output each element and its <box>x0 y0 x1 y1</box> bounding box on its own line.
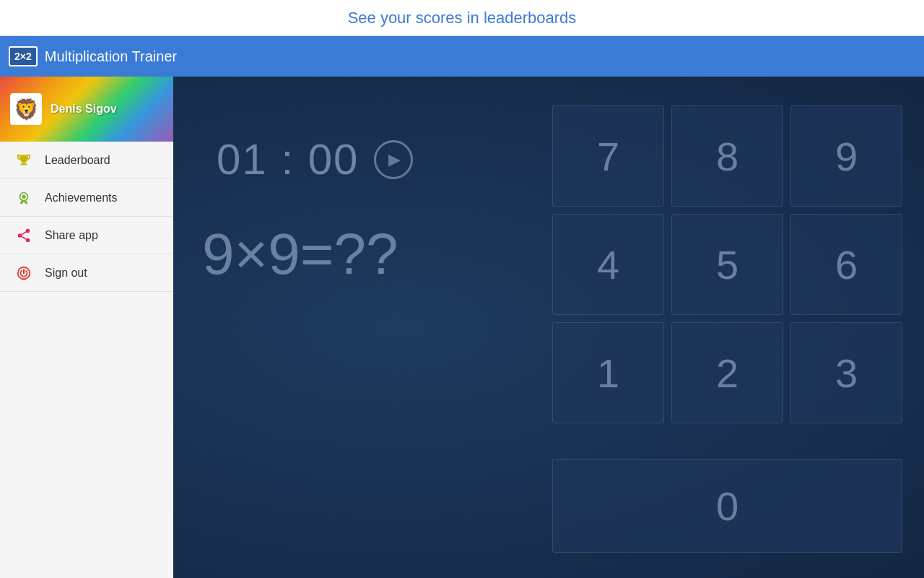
app-logo: 2×2 <box>9 46 38 66</box>
number-button-1[interactable]: 1 <box>552 322 664 423</box>
math-question: 9×9=?? <box>202 221 398 288</box>
app-title: Multiplication Trainer <box>45 48 177 65</box>
trophy-icon <box>14 151 33 170</box>
timer-display: 01 : 00 <box>217 134 359 184</box>
number-button-2[interactable]: 2 <box>671 322 783 423</box>
svg-line-8 <box>22 231 26 234</box>
number-button-6[interactable]: 6 <box>790 214 902 315</box>
avatar-image: 🦁 <box>14 98 39 121</box>
banner-text: See your scores in leaderboards <box>348 9 577 27</box>
sidebar: 🦁 Denis Sigov Leaderboard <box>0 77 173 578</box>
svg-rect-0 <box>22 162 26 163</box>
sidebar-label-signout: Sign out <box>45 267 87 280</box>
svg-rect-1 <box>20 163 27 165</box>
sidebar-label-share: Share app <box>45 229 98 242</box>
svg-point-6 <box>26 238 30 242</box>
sidebar-item-share[interactable]: Share app <box>0 217 173 254</box>
number-grid: 7 8 9 4 5 6 1 2 3 <box>552 105 902 423</box>
svg-point-4 <box>26 228 30 233</box>
number-button-7[interactable]: 7 <box>552 105 664 207</box>
zero-button-wrap: 0 <box>552 459 902 553</box>
app-header: 2×2 Multiplication Trainer <box>0 36 924 77</box>
number-button-0[interactable]: 0 <box>552 459 902 553</box>
play-button[interactable]: ▶ <box>374 140 413 179</box>
svg-line-7 <box>22 236 26 239</box>
share-icon <box>14 226 33 245</box>
sidebar-label-leaderboard: Leaderboard <box>45 154 110 167</box>
number-button-9[interactable]: 9 <box>790 105 902 207</box>
number-button-3[interactable]: 3 <box>790 322 902 423</box>
top-banner: See your scores in leaderboards <box>0 0 924 36</box>
signout-icon <box>14 264 33 282</box>
number-button-4[interactable]: 4 <box>552 214 664 315</box>
svg-point-5 <box>18 233 22 238</box>
timer-area: 01 : 00 ▶ <box>217 134 413 184</box>
sidebar-label-achievements: Achievements <box>45 191 118 204</box>
avatar: 🦁 <box>10 93 42 125</box>
number-button-5[interactable]: 5 <box>671 214 783 315</box>
user-banner: 🦁 Denis Sigov <box>0 77 173 142</box>
sidebar-item-leaderboard[interactable]: Leaderboard <box>0 142 173 179</box>
sidebar-item-signout[interactable]: Sign out <box>0 254 173 292</box>
svg-point-3 <box>22 194 26 199</box>
game-content: 01 : 00 ▶ 9×9=?? 7 8 9 4 5 6 1 2 3 0 <box>173 77 924 578</box>
main-layout: 🦁 Denis Sigov Leaderboard <box>0 77 924 578</box>
number-button-8[interactable]: 8 <box>671 105 783 207</box>
play-icon: ▶ <box>388 150 401 169</box>
achievement-icon <box>14 189 33 207</box>
user-name: Denis Sigov <box>51 103 117 116</box>
sidebar-item-achievements[interactable]: Achievements <box>0 179 173 217</box>
